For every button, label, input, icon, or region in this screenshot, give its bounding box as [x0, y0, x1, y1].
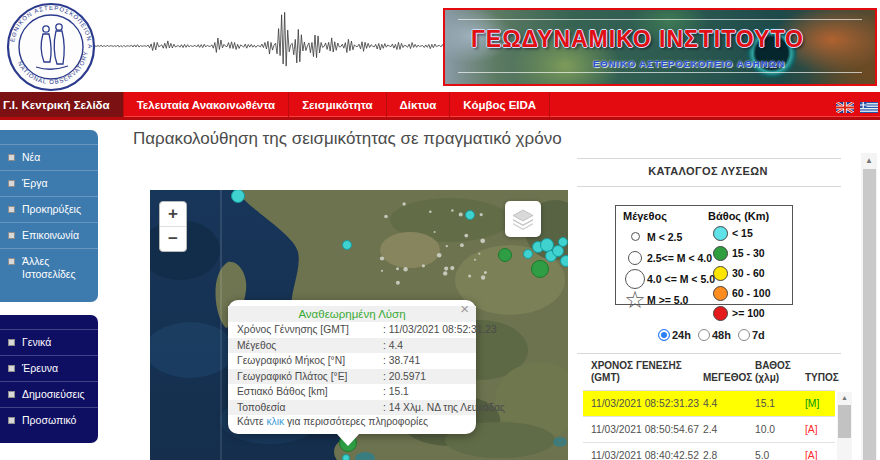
table-cell: 15.1	[755, 398, 805, 409]
table-cell: 11/03/2021 08:40:42.52	[591, 450, 703, 460]
zoom-out-button[interactable]: −	[160, 227, 186, 251]
table-cell: 4.4	[703, 398, 755, 409]
bullet-icon	[8, 180, 15, 187]
bullet-icon	[8, 417, 15, 424]
quake-marker[interactable]	[523, 249, 533, 259]
scroll-up-icon[interactable]: ▲	[861, 153, 877, 165]
quake-marker[interactable]	[465, 210, 475, 220]
legend-label: 4.0 <= M < 5.0	[647, 273, 715, 285]
popup-title: Αναθεωρημένη Λύση	[228, 306, 476, 322]
sidebar-item-label: Προσωπικό	[22, 414, 76, 427]
timeframe-radio[interactable]: 7d	[738, 329, 765, 341]
legend-magnitude-item: M < 2.5	[623, 226, 715, 247]
legend-box: Μέγεθος Βάθος (Km) M < 2.52.5<= M < 4.04…	[615, 205, 793, 305]
popup-row-value: : 38.741	[383, 355, 420, 366]
sidebar-item[interactable]: Έρευνα	[0, 355, 98, 381]
layers-button[interactable]	[505, 201, 541, 237]
table-header-cell: ΜΕΓΕΘΟΣ	[703, 372, 755, 384]
uk-flag-icon[interactable]	[836, 99, 854, 110]
popup-row-label: Τοποθεσία	[237, 400, 383, 416]
popup-row-label: Χρόνος Γέννησης [GMT]	[237, 322, 383, 338]
table-cell: 2.8	[703, 450, 755, 460]
quake-marker[interactable]	[498, 248, 512, 262]
sidebar-item[interactable]: Έργα	[0, 170, 98, 196]
layers-icon	[511, 207, 535, 231]
legend-magnitude-item: 2.5<= M < 4.0	[623, 247, 715, 268]
table-cell: 11/03/2021 08:52:31.23	[591, 398, 703, 409]
quake-marker[interactable]	[558, 237, 568, 247]
nav-item[interactable]: Κόμβος EIDA	[450, 92, 550, 117]
radio-icon	[738, 329, 750, 341]
depth-circle-icon	[713, 286, 728, 301]
greek-flag-icon[interactable]	[860, 99, 878, 110]
radio-icon	[698, 329, 710, 341]
sidebar-item[interactable]: Δημοσιεύσεις	[0, 381, 98, 407]
banner-subtitle: ΕΘΝΙΚΟ ΑΣΤΕΡΟΣΚΟΠΕΙΟ ΑΘΗΝΩΝ	[485, 58, 785, 69]
magnitude-symbol-holder	[623, 232, 647, 241]
sidebar-item-label: Δημοσιεύσεις	[22, 388, 85, 401]
main-navbar: Γ.Ι. Κεντρική ΣελίδαΤελευταία Ανακοινωθέ…	[0, 92, 880, 120]
institute-banner: ΓΕΩΔΥΝΑΜΙΚΟ ΙΝΣΤΙΤΟΥΤΟ ΕΘΝΙΚΟ ΑΣΤΕΡΟΣΚΟΠ…	[443, 8, 877, 86]
depth-symbol-holder	[708, 246, 732, 261]
zoom-in-button[interactable]: +	[160, 202, 186, 227]
sidebar-box-primary: ΝέαΈργαΠροκηρύξειςΕπικοινωνίαΆλλες Ιστοσ…	[0, 130, 98, 302]
popup-row-value: : 15.1	[383, 386, 409, 397]
legend-label: 30 - 60	[732, 267, 765, 279]
seismicity-map[interactable]: + − × Αναθεωρημένη Λύση Χρόνος Γέννησης …	[150, 190, 568, 460]
popup-row-label: Γεωγραφικό Μήκος [°N]	[237, 353, 383, 369]
sidebar-item[interactable]: Επικοινωνία	[0, 222, 98, 248]
quake-marker[interactable]	[560, 255, 568, 267]
divider	[577, 186, 841, 187]
radio-icon	[658, 329, 670, 341]
sidebar-item[interactable]: Άλλες Ιστοσελίδες	[0, 248, 98, 287]
sidebar-item[interactable]: Προκηρύξεις	[0, 196, 98, 222]
magnitude-circle-icon	[631, 232, 640, 241]
sidebar-box-secondary: ΓενικάΈρευναΔημοσιεύσειςΠροσωπικό	[0, 315, 98, 443]
popup-row: Εστιακό Βάθος [km]: 15.1	[228, 384, 476, 400]
star-icon: ☆	[624, 290, 646, 310]
quake-marker[interactable]	[342, 454, 350, 460]
sidebar-item-label: Επικοινωνία	[22, 229, 79, 242]
scrollbar-thumb[interactable]	[863, 169, 876, 460]
sidebar-item-label: Έρευνα	[22, 362, 58, 375]
sidebar-item-label: Νέα	[22, 151, 40, 164]
legend-depth: < 1515 - 3030 - 6060 - 100>= 100	[708, 223, 771, 323]
table-row[interactable]: 11/03/2021 08:52:31.234.415.1[M]	[583, 390, 835, 416]
sidebar-item[interactable]: Προσωπικό	[0, 407, 98, 433]
table-row[interactable]: 11/03/2021 08:50:54.672.410.0[A]	[583, 416, 835, 442]
popup-close-icon[interactable]: ×	[460, 301, 469, 316]
sidebar-item[interactable]: Νέα	[0, 144, 98, 170]
nav-item[interactable]: Σεισμικότητα	[289, 92, 386, 117]
depth-circle-icon	[713, 226, 728, 241]
timeframe-radio[interactable]: 48h	[698, 329, 731, 341]
table-header-cell: ΤΥΠΟΣ	[805, 372, 843, 384]
seismogram-trace	[95, 6, 447, 86]
table-cell: 10.0	[755, 424, 805, 435]
depth-symbol-holder	[708, 226, 732, 241]
nav-item[interactable]: Γ.Ι. Κεντρική Σελίδα	[0, 92, 124, 117]
sidebar-item[interactable]: Γενικά	[0, 329, 98, 355]
table-scrollbar[interactable]: ▲	[837, 392, 852, 460]
popup-footer-text: για περισσότερες πληροφορίες	[284, 416, 428, 427]
bullet-icon	[8, 154, 15, 161]
scroll-up-icon[interactable]: ▲	[837, 392, 852, 401]
nav-item[interactable]: Τελευταία Ανακοινωθέντα	[124, 92, 289, 117]
legend-label: < 15	[732, 227, 753, 239]
nav-item[interactable]: Δίκτυα	[387, 92, 451, 117]
events-table: ΧΡΟΝΟΣ ΓΕΝΕΣΗΣ (GMT)ΜΕΓΕΘΟΣΒΑΘΟΣ (χλμ)ΤΥ…	[583, 356, 835, 460]
popup-more-link[interactable]: κλικ	[266, 416, 284, 427]
legend-label: >= 100	[732, 307, 765, 319]
depth-symbol-holder	[708, 306, 732, 321]
legend-magnitude-title: Μέγεθος	[623, 210, 667, 222]
timeframe-label: 48h	[712, 329, 731, 341]
scrollbar-thumb[interactable]	[838, 405, 851, 438]
depth-circle-icon	[713, 266, 728, 281]
legend-label: M < 2.5	[647, 231, 682, 243]
observatory-seal-logo: ΕΘΝΙΚΟΝ ΑΣΤΕΡΟΣΚΟΠΕΙΟΝ ΑΘΗΝΩΝ NATIONAL O…	[6, 2, 96, 92]
quake-marker[interactable]	[342, 240, 352, 250]
table-row[interactable]: 11/03/2021 08:40:42.522.85.0[A]	[583, 442, 835, 460]
timeframe-radio[interactable]: 24h	[658, 329, 691, 341]
quake-marker[interactable]	[531, 260, 549, 278]
popup-row-label: Γεωγραφικό Πλάτος [°E]	[237, 369, 383, 385]
page-scrollbar[interactable]: ▲	[861, 153, 877, 460]
